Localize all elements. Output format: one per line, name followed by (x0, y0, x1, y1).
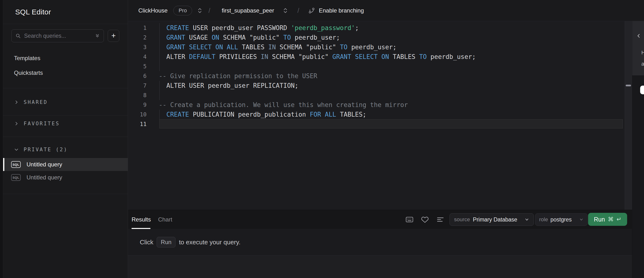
code-text: ALTER DEFAULT PRIVILEGES IN SCHEMA "publ… (159, 52, 476, 62)
line-number: 11 (128, 119, 146, 129)
sidebar-item-quickstarts[interactable]: Quickstarts (14, 69, 43, 77)
section-label: PRIVATE (2) (24, 147, 68, 152)
code-line-7[interactable]: 7 ALTER USER peerdb_user REPLICATION; (128, 81, 625, 90)
scrollbar-handle[interactable] (626, 85, 631, 86)
search-icon (16, 33, 21, 38)
chevron-down-icon (14, 147, 19, 152)
code-line-10[interactable]: 10 CREATE PUBLICATION peerdb_publication… (128, 110, 625, 119)
line-number: 1 (128, 23, 146, 33)
code-line-11[interactable]: 11 (128, 119, 625, 129)
line-number: 5 (128, 62, 146, 71)
clipped-white-button[interactable] (640, 86, 644, 94)
divider (3, 137, 128, 137)
section-label: FAVORITES (24, 121, 60, 127)
code-line-2[interactable]: 2 GRANT USAGE ON SCHEMA "public" TO peer… (128, 33, 625, 42)
line-number: 10 (128, 110, 146, 119)
selected-indicator (3, 158, 4, 171)
enter-key-icon: ↵ (616, 216, 621, 223)
message-prefix: Click (140, 239, 153, 246)
chevron-down-icon (524, 217, 529, 222)
enable-branching[interactable]: Enable branching (308, 0, 364, 21)
unfold-icon (197, 7, 203, 14)
query-list-item[interactable]: SQL Untitled query (3, 171, 128, 184)
keyboard-shortcuts-button[interactable] (406, 210, 413, 229)
indent-guide (159, 62, 160, 71)
code-lines: 1 CREATE USER peerdb_user PASSWORD 'peer… (128, 23, 625, 129)
breadcrumb-separator-2: / (298, 0, 299, 21)
collapse-chevron-icon[interactable] (636, 33, 641, 39)
section-shared[interactable]: SHARED (14, 98, 48, 106)
breadcrumb-database[interactable]: first_supabase_peer (222, 0, 274, 21)
code-line-9[interactable]: 9-- Create a publication. We will use th… (128, 100, 625, 110)
plan-badge-label: Pro (173, 6, 192, 15)
sidebar-header: SQL Editor (3, 0, 128, 24)
align-lines-icon (436, 216, 444, 223)
code-line-8[interactable]: 8 (128, 90, 625, 100)
role-value: postgres (550, 216, 572, 223)
chevron-right-icon (14, 121, 19, 126)
query-list-item-selected[interactable]: SQL Untitled query (3, 158, 128, 171)
code-text: CREATE PUBLICATION peerdb_publication FO… (159, 110, 366, 119)
search-placeholder: Search queries... (24, 33, 92, 39)
line-number: 4 (128, 52, 146, 62)
source-label: source (454, 216, 470, 223)
service-selector[interactable] (197, 0, 203, 21)
role-dropdown[interactable]: role postgres (535, 213, 588, 226)
new-query-button[interactable]: + (108, 30, 119, 42)
code-text: GRANT USAGE ON SCHEMA "public" TO peerdb… (159, 33, 340, 42)
run-button[interactable]: Run ⌘ ↵ (588, 213, 627, 226)
code-text: GRANT SELECT ON ALL TABLES IN SCHEMA "pu… (159, 42, 396, 52)
right-panel-header: H a (632, 21, 644, 75)
run-keycap: Run (157, 237, 176, 248)
tab-chart[interactable]: Chart (158, 210, 172, 229)
plan-badge[interactable]: Pro (173, 0, 192, 21)
source-value: Primary Database (473, 216, 517, 223)
unfold-icon (282, 7, 288, 14)
code-editor[interactable]: 1 CREATE USER peerdb_user PASSWORD 'peer… (128, 21, 625, 210)
divider (3, 88, 128, 88)
code-line-3[interactable]: 3 GRANT SELECT ON ALL TABLES IN SCHEMA "… (128, 42, 625, 52)
results-panel: Results Chart source Primary Database ro… (128, 210, 632, 278)
code-text: ALTER USER peerdb_user REPLICATION; (159, 81, 298, 90)
line-number: 7 (128, 81, 146, 90)
results-tabbar: Results Chart source Primary Database ro… (128, 210, 632, 229)
divider (3, 115, 128, 116)
code-line-1[interactable]: 1 CREATE USER peerdb_user PASSWORD 'peer… (128, 23, 625, 33)
code-line-5[interactable]: 5 (128, 62, 625, 71)
sql-editor-app: ClickHouse Pro / first_supabase_peer / E… (0, 0, 644, 278)
sidebar: SQL Editor Search queries... + Templates… (3, 0, 128, 278)
tab-results[interactable]: Results (132, 210, 151, 229)
cmd-key-icon: ⌘ (608, 216, 614, 223)
line-number: 2 (128, 33, 146, 42)
section-label: SHARED (24, 99, 48, 105)
indent-guide (159, 90, 160, 100)
line-number: 3 (128, 42, 146, 52)
page-title: SQL Editor (15, 0, 51, 24)
breadcrumb-service[interactable]: ClickHouse (138, 0, 168, 21)
sidebar-item-templates[interactable]: Templates (14, 54, 40, 62)
message-suffix: to execute your query. (179, 239, 240, 246)
section-favorites[interactable]: FAVORITES (14, 120, 60, 128)
format-query-button[interactable] (436, 210, 444, 229)
section-private[interactable]: PRIVATE (2) (14, 146, 68, 153)
clipped-text: a (641, 61, 644, 67)
database-selector[interactable] (282, 0, 288, 21)
results-empty-state: Click Run to execute your query. (128, 229, 632, 255)
search-input[interactable]: Search queries... (11, 29, 104, 42)
breadcrumb-separator-1: / (208, 0, 210, 21)
sql-badge-icon: SQL (11, 161, 21, 168)
run-button-label: Run (594, 216, 605, 223)
line-number: 6 (128, 71, 146, 81)
git-branch-icon (308, 7, 315, 14)
source-dropdown[interactable]: source Primary Database (450, 213, 534, 226)
favorite-query-button[interactable] (421, 210, 429, 229)
role-label: role (539, 216, 548, 223)
divider (3, 194, 128, 194)
topbar: ClickHouse Pro / first_supabase_peer / E… (128, 0, 644, 21)
line-number: 8 (128, 90, 146, 100)
double-chevron-down-icon (95, 33, 100, 38)
keyboard-icon (406, 216, 413, 223)
code-line-4[interactable]: 4 ALTER DEFAULT PRIVILEGES IN SCHEMA "pu… (128, 52, 625, 62)
code-line-6[interactable]: 6-- Give replication permission to the U… (128, 71, 625, 81)
service-name: ClickHouse (138, 7, 168, 14)
